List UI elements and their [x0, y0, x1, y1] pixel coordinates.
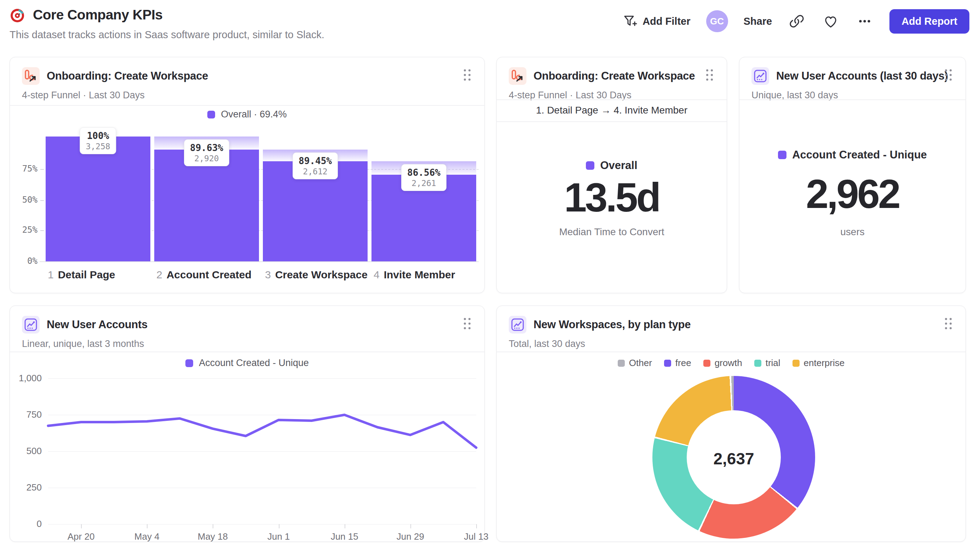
y-tick-label: 50%	[10, 195, 38, 205]
funnel-step-label: 1Detail Page	[48, 269, 153, 281]
insights-chart-icon	[22, 316, 40, 333]
avatar[interactable]: GC	[706, 10, 728, 32]
funnel-bar[interactable]	[154, 149, 259, 261]
legend-swatch	[703, 360, 710, 367]
favorite-button[interactable]	[821, 12, 840, 30]
y-tick-label: 250	[10, 482, 42, 493]
legend-swatch	[618, 360, 625, 367]
step-name: Invite Member	[384, 269, 455, 281]
legend-item-growth[interactable]: growth	[703, 357, 742, 368]
metric-caption: Median Time to Convert	[497, 226, 727, 238]
x-tick	[345, 524, 345, 528]
x-tick	[213, 524, 213, 528]
funnel-step-pct: 86.56%	[407, 167, 441, 178]
drag-handle-icon[interactable]	[945, 69, 954, 83]
card-subtitle: Linear, unique, last 3 months	[22, 338, 473, 349]
drag-handle-icon[interactable]	[706, 69, 715, 83]
funnel-step-pct: 89.45%	[299, 156, 332, 166]
metric-value: 13.5d	[497, 174, 727, 221]
page-header: Core Company KPIs This dataset tracks ac…	[10, 6, 969, 49]
legend-label: free	[675, 357, 691, 368]
legend-label: enterprise	[804, 357, 845, 368]
more-button[interactable]	[856, 12, 874, 30]
card-title: New User Accounts	[47, 318, 148, 331]
insights-chart-icon	[751, 67, 769, 85]
divider	[740, 99, 966, 100]
funnel-chart-icon	[22, 67, 40, 85]
legend-item-free[interactable]: free	[664, 357, 691, 368]
donut-legend: Otherfreegrowthtrialenterprise	[497, 357, 966, 368]
funnel-legend: Overall · 69.4%	[10, 109, 484, 120]
x-tick-label: Jul 13	[464, 531, 488, 542]
link-icon	[789, 13, 805, 29]
legend-swatch	[754, 360, 761, 367]
funnel-value-tooltip: 89.63%2,920	[184, 139, 229, 166]
add-filter-label: Add Filter	[643, 16, 690, 27]
legend-swatch	[792, 360, 800, 367]
funnel-value-tooltip: 100%3,258	[80, 127, 116, 154]
funnel-step-label: 2Account Created	[156, 269, 261, 281]
x-tick-label: Jun 29	[396, 531, 424, 542]
drag-handle-icon[interactable]	[464, 318, 473, 331]
card-title: Onboarding: Create Workspace	[47, 70, 208, 83]
x-tick	[81, 524, 82, 528]
y-tick-label: 1,000	[10, 373, 42, 384]
legend-item-enterprise[interactable]: enterprise	[792, 357, 845, 368]
step-name: Account Created	[167, 269, 251, 281]
y-tick-label: 0%	[10, 256, 38, 266]
ellipsis-icon	[857, 13, 872, 29]
legend-swatch	[586, 161, 594, 170]
step-number: 1	[48, 269, 54, 281]
legend-item-other[interactable]: Other	[618, 357, 652, 368]
divider	[10, 105, 484, 106]
legend-swatch	[664, 360, 671, 367]
legend-label: trial	[765, 357, 781, 368]
target-icon	[10, 6, 27, 23]
y-tick-label: 500	[10, 446, 42, 457]
add-filter-button[interactable]: Add Filter	[622, 13, 690, 29]
funnel-step-count: 2,261	[407, 179, 441, 188]
filter-plus-icon	[622, 13, 638, 29]
funnel-step-count: 2,920	[190, 154, 223, 163]
legend-label: Overall	[600, 159, 637, 172]
funnel-step-count: 3,258	[86, 142, 110, 151]
step-number: 3	[265, 269, 271, 281]
funnel-value-tooltip: 89.45%2,612	[293, 152, 338, 179]
card-new-users-trend: New User Accounts Linear, unique, last 3…	[10, 306, 485, 542]
gridline	[48, 415, 476, 415]
legend-label: Overall · 69.4%	[221, 109, 286, 120]
x-tick	[147, 524, 148, 528]
legend-label: Account Created - Unique	[199, 357, 309, 368]
funnel-bar[interactable]	[46, 137, 150, 261]
legend-label: Other	[629, 357, 652, 368]
funnel-step-count: 2,612	[299, 167, 332, 176]
divider	[497, 351, 966, 352]
card-time-to-convert: Onboarding: Create Workspace 4-step Funn…	[496, 57, 727, 293]
card-title: New Workspaces, by plan type	[533, 318, 690, 331]
gridline	[48, 451, 476, 452]
legend-label: Account Created - Unique	[792, 149, 927, 161]
metric-legend: Account Created - Unique	[740, 149, 966, 161]
drag-handle-icon[interactable]	[945, 318, 954, 331]
legend-item-trial[interactable]: trial	[754, 357, 781, 368]
x-tick	[410, 524, 411, 528]
share-button[interactable]: Share	[744, 16, 772, 27]
add-report-button[interactable]: Add Report	[889, 9, 969, 33]
y-tick-label: 0	[10, 518, 42, 529]
gridline	[48, 524, 476, 524]
divider	[10, 351, 484, 352]
drag-handle-icon[interactable]	[464, 69, 473, 83]
y-tick-label: 75%	[10, 164, 38, 174]
x-tick-label: Jun 15	[331, 531, 358, 542]
step-number: 4	[374, 269, 380, 281]
insights-chart-icon	[509, 316, 527, 333]
x-tick-label: May 18	[198, 531, 228, 542]
donut-center-value: 2,637	[652, 449, 815, 468]
step-name: Detail Page	[58, 269, 115, 281]
copy-link-button[interactable]	[788, 12, 806, 30]
gridline	[48, 378, 476, 379]
funnel-step-label: 3Create Workspace	[265, 269, 370, 281]
trend-line[interactable]	[48, 415, 476, 448]
funnel-step-pct: 100%	[86, 130, 110, 141]
metric-value: 2,962	[740, 170, 966, 217]
